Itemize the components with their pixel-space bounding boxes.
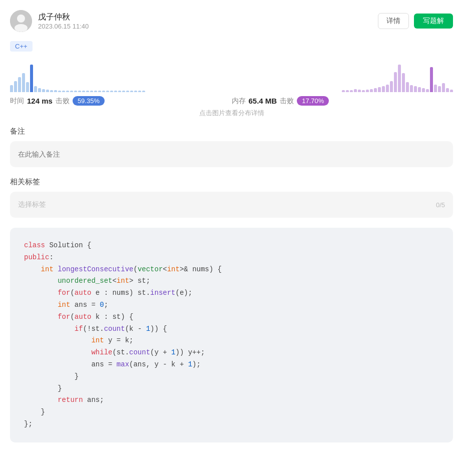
notes-input[interactable] xyxy=(10,141,453,167)
tags-select[interactable]: 选择标签 0/5 xyxy=(10,192,453,218)
time-stat-group: 时间 124 ms 击败 59.35% xyxy=(10,96,232,106)
notes-section: 备注 xyxy=(10,127,453,177)
memory-chart[interactable] xyxy=(232,65,453,92)
solve-button[interactable]: 写题解 xyxy=(414,14,453,29)
time-value: 124 ms xyxy=(27,97,53,105)
memory-value: 65.4 MB xyxy=(249,97,277,105)
avatar xyxy=(10,10,32,32)
header-right: 详情 写题解 xyxy=(378,13,453,29)
memory-badge: 17.70% xyxy=(297,96,329,106)
chart-section: 时间 124 ms 击败 59.35% 内存 65.4 MB 击败 17.70%… xyxy=(10,60,453,118)
language-tag[interactable]: C++ xyxy=(10,41,33,52)
header: 戊子仲秋 2023.06.15 11:40 详情 写题解 xyxy=(10,10,453,32)
time-defeat-label: 击败 xyxy=(56,97,70,106)
time-label: 时间 xyxy=(10,97,24,106)
tags-section: 相关标签 选择标签 0/5 xyxy=(10,177,453,218)
code-block: class Solution { public: int longestCons… xyxy=(10,228,453,442)
memory-label: 内存 xyxy=(232,97,246,106)
time-badge: 59.35% xyxy=(73,96,105,106)
memory-defeat-label: 击败 xyxy=(280,97,294,106)
username: 戊子仲秋 xyxy=(38,12,89,23)
user-info: 戊子仲秋 2023.06.15 11:40 xyxy=(38,12,89,30)
stats-row: 时间 124 ms 击败 59.35% 内存 65.4 MB 击败 17.70% xyxy=(10,96,453,106)
memory-stat-group: 内存 65.4 MB 击败 17.70% xyxy=(232,96,453,106)
detail-button[interactable]: 详情 xyxy=(378,13,409,29)
time-chart[interactable] xyxy=(10,65,232,92)
svg-point-2 xyxy=(15,24,28,32)
timestamp: 2023.06.15 11:40 xyxy=(38,23,89,30)
svg-point-1 xyxy=(17,15,25,23)
tags-label: 相关标签 xyxy=(10,177,453,187)
header-left: 戊子仲秋 2023.06.15 11:40 xyxy=(10,10,89,32)
tags-placeholder: 选择标签 xyxy=(18,200,46,209)
tags-count: 0/5 xyxy=(436,201,445,209)
chart-hint[interactable]: 点击图片查看分布详情 xyxy=(10,109,453,118)
notes-label: 备注 xyxy=(10,127,453,136)
